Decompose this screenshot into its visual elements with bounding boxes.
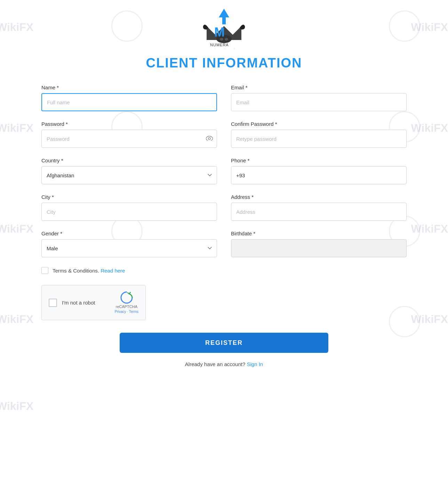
signin-link[interactable]: Sign In: [247, 361, 263, 367]
row-name-email: Name * Email *: [41, 84, 407, 111]
form-container: Name * Email * Password *: [41, 84, 407, 367]
svg-text:M: M: [214, 25, 225, 39]
phone-label: Phone *: [231, 157, 407, 163]
address-input[interactable]: [231, 203, 407, 221]
svg-point-3: [225, 38, 228, 41]
confirm-password-input[interactable]: [231, 130, 407, 148]
group-email: Email *: [231, 84, 407, 111]
recaptcha-label: I'm not a robot: [62, 300, 95, 306]
group-name: Name *: [41, 84, 217, 111]
svg-marker-0: [219, 9, 229, 24]
city-input[interactable]: [41, 203, 217, 221]
recaptcha-widget[interactable]: I'm not a robot reCAPTCHA Privacy · Term…: [41, 285, 146, 320]
password-wrapper: [41, 130, 217, 148]
country-select[interactable]: AfghanistanAlbaniaAlgeriaAndorraAngolaAr…: [41, 166, 217, 184]
row-city-address: City * Address *: [41, 194, 407, 221]
group-country: Country * AfghanistanAlbaniaAlgeriaAndor…: [41, 157, 217, 184]
address-label: Address *: [231, 194, 407, 200]
recaptcha-privacy-link[interactable]: Privacy: [115, 310, 126, 314]
phone-input[interactable]: [231, 166, 407, 184]
watermark-bbbl: WikiFX: [0, 400, 33, 413]
terms-checkbox[interactable]: [41, 267, 48, 274]
password-label: Password *: [41, 121, 217, 127]
gender-select[interactable]: MaleFemaleOther: [41, 239, 217, 257]
logo-area: M NUMERA international: [14, 0, 434, 49]
name-input[interactable]: [41, 93, 217, 111]
email-input[interactable]: [231, 93, 407, 111]
group-phone: Phone *: [231, 157, 407, 184]
row-gender-birthdate: Gender * MaleFemaleOther Birthdate *: [41, 230, 407, 257]
password-input[interactable]: [41, 130, 217, 148]
group-password: Password *: [41, 121, 217, 148]
gender-label: Gender *: [41, 230, 217, 236]
recaptcha-checkbox[interactable]: [49, 299, 57, 307]
recaptcha-icon: [120, 291, 133, 304]
terms-row: Terms & Conditions. Read here: [41, 267, 407, 274]
row-password: Password * Confirm Password *: [41, 121, 407, 148]
page-title: CLIENT INFORMATION: [14, 56, 434, 71]
recaptcha-right: reCAPTCHA Privacy · Terms: [115, 291, 138, 314]
group-gender: Gender * MaleFemaleOther: [41, 230, 217, 257]
logo: M NUMERA international: [200, 7, 248, 49]
signin-row: Already have an account? Sign In: [41, 361, 407, 367]
page-container: M NUMERA international CLIENT INFORMATIO…: [0, 0, 448, 388]
recaptcha-terms-link[interactable]: Terms: [129, 310, 138, 314]
group-city: City *: [41, 194, 217, 221]
group-address: Address *: [231, 194, 407, 221]
confirm-password-label: Confirm Password *: [231, 121, 407, 127]
recaptcha-branding: reCAPTCHA Privacy · Terms: [115, 304, 138, 314]
group-confirm-password: Confirm Password *: [231, 121, 407, 148]
row-country-phone: Country * AfghanistanAlbaniaAlgeriaAndor…: [41, 157, 407, 184]
city-label: City *: [41, 194, 217, 200]
svg-point-7: [208, 138, 210, 140]
svg-text:NUMERA: NUMERA: [210, 43, 229, 47]
name-label: Name *: [41, 84, 217, 90]
signin-prompt: Already have an account?: [185, 361, 245, 367]
terms-link[interactable]: Read here: [101, 268, 125, 274]
email-label: Email *: [231, 84, 407, 90]
terms-text: Terms & Conditions. Read here: [53, 268, 125, 274]
svg-text:international: international: [211, 48, 235, 49]
birthdate-label: Birthdate *: [231, 230, 407, 236]
country-label: Country *: [41, 157, 217, 163]
password-toggle-icon[interactable]: [206, 135, 213, 143]
recaptcha-left: I'm not a robot: [49, 299, 95, 307]
birthdate-input[interactable]: [231, 239, 407, 257]
register-button[interactable]: REGISTER: [120, 333, 328, 353]
group-birthdate: Birthdate *: [231, 230, 407, 257]
